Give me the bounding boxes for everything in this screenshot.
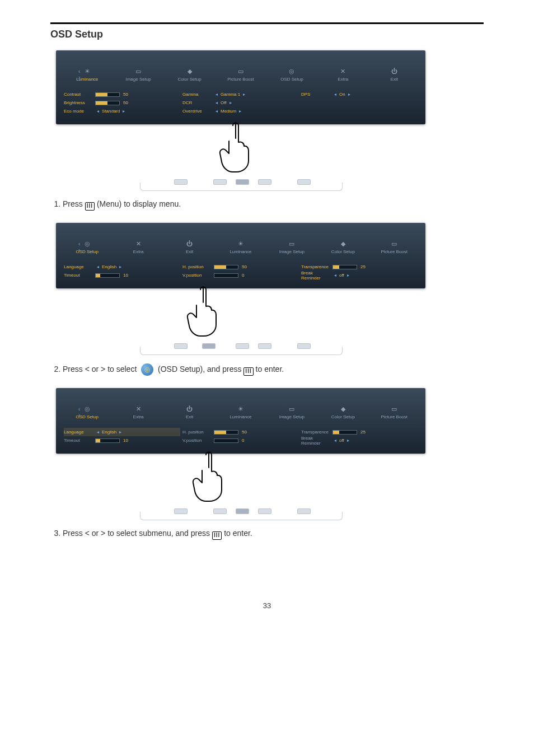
step-3: Press < or > to select submenu, and pres… [63, 529, 484, 540]
osd-setup-icon: ◎ [141, 363, 153, 376]
monitor-button-row [140, 183, 343, 191]
monitor-button-row [140, 347, 343, 355]
luminance-icon: ☀ [215, 405, 266, 413]
hand-pointing-icon [174, 284, 235, 346]
osd-setup-icon: ◎ [266, 67, 317, 75]
menu-icon: III [212, 531, 222, 540]
color-setup-icon: ◆ [164, 67, 215, 75]
color-setup-icon: ◆ [317, 240, 368, 248]
osd-screenshot-osd-setup: ◎OSD Setup ✕Extra ⏻Exit ☀Luminance ▭Imag… [56, 223, 425, 288]
osd-setup-icon: ◎ [62, 405, 113, 413]
image-setup-icon: ▭ [266, 240, 317, 248]
picture-boost-icon: ▭ [369, 240, 420, 248]
page-number: 33 [50, 601, 484, 610]
color-setup-icon: ◆ [317, 405, 368, 413]
image-setup-icon: ▭ [113, 67, 163, 75]
picture-boost-icon: ▭ [215, 67, 266, 75]
extra-icon: ✕ [317, 67, 368, 75]
osd-screenshot-luminance: ☀Luminance ▭Image Setup ◆Color Setup ▭Pi… [56, 50, 425, 124]
hand-pointing-icon [179, 449, 241, 511]
extra-icon: ✕ [113, 405, 163, 413]
monitor-button-row [140, 512, 343, 520]
exit-icon: ⏻ [164, 405, 215, 413]
menu-icon: III [243, 367, 253, 376]
extra-icon: ✕ [113, 240, 163, 248]
step-1: Press III (Menu) to display menu. [63, 199, 484, 211]
osd-setup-icon: ◎ [62, 240, 113, 248]
exit-icon: ⏻ [369, 67, 420, 75]
step-2: Press < or > to select ◎ (OSD Setup), an… [63, 363, 484, 376]
osd-tabs: ☀Luminance ▭Image Setup ◆Color Setup ▭Pi… [62, 66, 420, 86]
hand-pointing-icon [206, 120, 268, 181]
image-setup-icon: ▭ [266, 405, 317, 413]
luminance-icon: ☀ [215, 240, 266, 248]
page-title: OSD Setup [50, 29, 484, 40]
menu-icon: III [85, 202, 95, 211]
luminance-icon: ☀ [62, 67, 113, 75]
picture-boost-icon: ▭ [369, 405, 420, 413]
osd-screenshot-submenu: ◎OSD Setup ✕Extra ⏻Exit ☀Luminance ▭Imag… [56, 388, 425, 454]
right-arrow-icon: ▸ [121, 109, 127, 114]
left-arrow-icon: ◂ [95, 109, 101, 114]
exit-icon: ⏻ [164, 240, 215, 248]
